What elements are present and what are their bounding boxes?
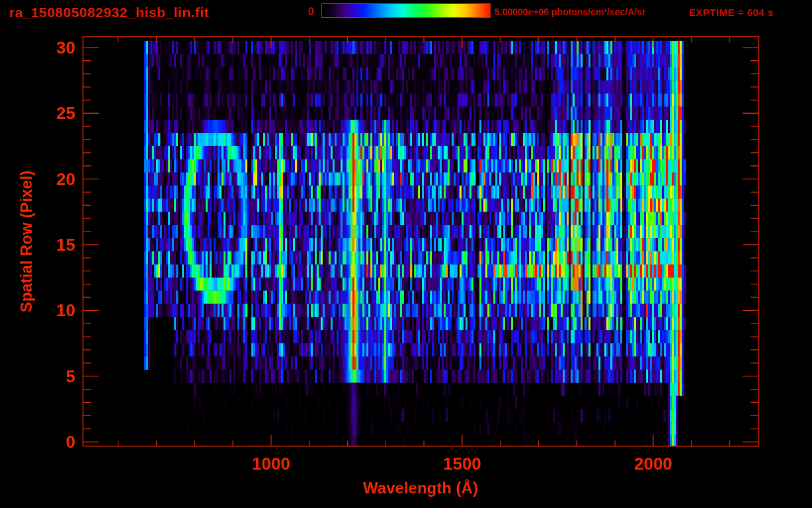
fits-spectrum-viewer: ra_150805082932_hisb_lin.fit 0 5.00000e+…: [0, 0, 812, 508]
spectral-heatmap-canvas: [0, 0, 812, 508]
